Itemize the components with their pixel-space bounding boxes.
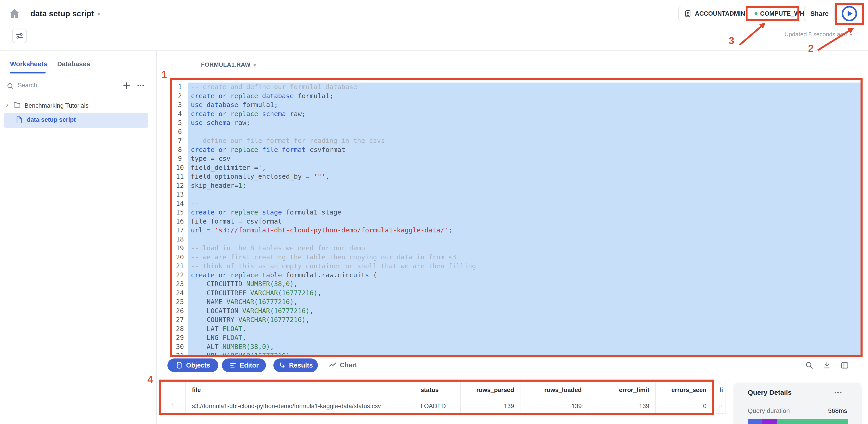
results-label: Results	[289, 362, 313, 369]
query-details-menu-button[interactable]	[833, 388, 843, 398]
worksheet-title-dropdown[interactable]: data setup script▾	[30, 9, 100, 19]
annotation-label-1: 1	[161, 69, 167, 79]
home-icon	[9, 8, 21, 20]
objects-toggle-button[interactable]: Objects	[167, 358, 218, 372]
duration-bar-segment	[762, 419, 777, 424]
chevron-down-icon: ▾	[254, 63, 256, 68]
database-icon	[175, 361, 183, 369]
duration-bar-segment	[777, 419, 848, 424]
tab-databases[interactable]: Databases	[57, 60, 90, 68]
annotation-label-3: 3	[729, 36, 734, 46]
query-details-title: Query Details	[748, 389, 792, 396]
split-layout-button[interactable]	[840, 360, 849, 370]
annotation-box-4-results	[159, 380, 714, 415]
return-arrow-icon	[278, 361, 286, 369]
annotation-arrow-3	[739, 25, 762, 45]
page-title: data setup script	[30, 9, 94, 18]
role-label: ACCOUNTADMIN	[695, 10, 745, 17]
sliders-icon	[15, 31, 24, 40]
download-results-button[interactable]	[822, 360, 832, 370]
header-divider	[0, 50, 868, 51]
folder-icon	[13, 101, 21, 109]
chart-label: Chart	[340, 361, 357, 369]
results-divider	[157, 377, 868, 377]
sidebar-divider	[156, 51, 157, 424]
columns-layout-icon	[840, 361, 849, 370]
objects-label: Objects	[186, 362, 210, 369]
editor-label: Editor	[240, 362, 259, 369]
snowsight-worksheet-app: data setup script▾ ACCOUNTADMIN COMPUTE_…	[0, 0, 868, 424]
plus-icon	[122, 81, 132, 91]
query-duration-label: Query duration	[748, 407, 790, 415]
tab-worksheets[interactable]: Worksheets	[10, 60, 47, 68]
annotation-box-2-run-button	[835, 3, 864, 25]
search-icon	[805, 361, 814, 370]
search-icon	[6, 82, 14, 90]
ellipsis-icon	[833, 388, 843, 398]
annotation-label-2: 2	[808, 43, 813, 54]
home-button[interactable]	[9, 8, 21, 20]
results-toggle-button[interactable]: Results	[273, 358, 318, 372]
duration-bar-segment	[748, 419, 762, 424]
share-button[interactable]: Share	[804, 6, 835, 21]
schema-context-selector[interactable]: FORMULA1.RAW▾	[201, 61, 256, 68]
download-icon	[823, 361, 832, 370]
annotation-box-1-editor	[170, 78, 863, 357]
annotation-box-3-warehouse	[746, 6, 799, 21]
user-badge-icon	[684, 9, 692, 18]
sidebar-more-button[interactable]	[136, 81, 146, 91]
editor-toggle-button[interactable]: Editor	[222, 358, 266, 372]
filters-button[interactable]	[12, 29, 27, 43]
search-input[interactable]	[17, 81, 86, 89]
chevron-down-icon: ▾	[98, 11, 100, 17]
search-results-button[interactable]	[804, 360, 814, 370]
query-duration-bar	[748, 419, 848, 424]
query-duration-value: 568ms	[828, 407, 847, 415]
sidebar-item-selected-bg[interactable]	[4, 113, 148, 128]
chart-line-icon	[329, 361, 337, 369]
active-tab-underline	[10, 72, 45, 73]
cell-first_error_truncated: n	[713, 399, 725, 413]
annotation-label-4: 4	[148, 374, 153, 385]
new-worksheet-button[interactable]	[122, 81, 132, 91]
sidebar-item-data-setup-script[interactable]: data setup script	[27, 116, 76, 123]
sidebar-tabs-divider	[0, 74, 157, 74]
worksheet-file-icon	[16, 115, 23, 124]
sidebar-item-benchmarking-tutorials[interactable]: Benchmarking Tutorials	[25, 102, 89, 109]
column-header-first_error_truncated[interactable]: fi	[713, 381, 725, 399]
ellipsis-icon	[136, 81, 146, 91]
text-lines-icon	[229, 361, 237, 369]
chart-toggle-button[interactable]: Chart	[329, 361, 357, 369]
updated-status: Updated 8 seconds ago	[784, 31, 847, 38]
schema-context-label: FORMULA1.RAW	[201, 61, 250, 68]
folder-expand-chevron[interactable]: ›	[6, 101, 8, 108]
